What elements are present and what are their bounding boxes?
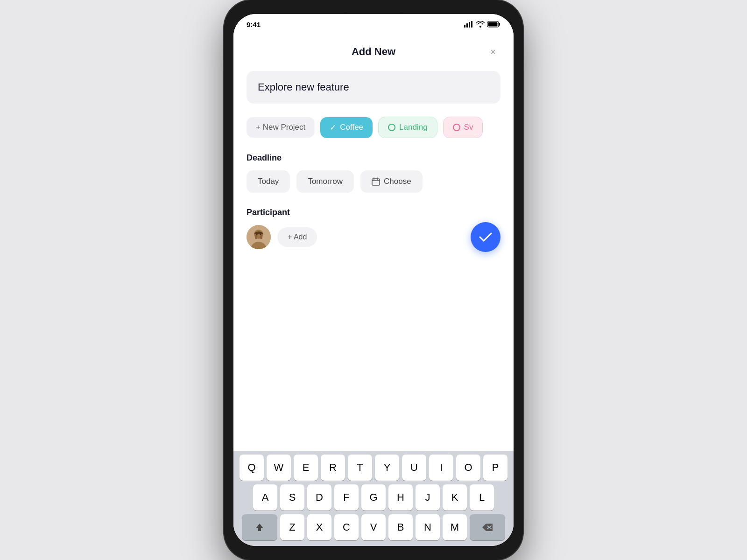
key-q[interactable]: Q bbox=[240, 455, 264, 481]
modal-content: Add New × + New Project ✓ Coffee Landing… bbox=[233, 35, 514, 451]
key-i[interactable]: I bbox=[429, 455, 453, 481]
svg-rect-1 bbox=[466, 23, 468, 28]
battery-icon bbox=[487, 21, 500, 28]
status-icons bbox=[464, 21, 500, 28]
svg-rect-6 bbox=[488, 22, 498, 27]
confirm-button[interactable] bbox=[471, 222, 500, 252]
svg-rect-2 bbox=[469, 22, 470, 28]
phone-screen: 9:41 bbox=[233, 14, 514, 546]
choose-date-button[interactable]: Choose bbox=[360, 170, 423, 193]
key-o[interactable]: O bbox=[456, 455, 480, 481]
phone-frame: 9:41 bbox=[224, 0, 523, 560]
add-participant-button[interactable]: + Add bbox=[277, 227, 317, 247]
key-z[interactable]: Z bbox=[280, 514, 304, 540]
key-n[interactable]: N bbox=[416, 514, 440, 540]
key-p[interactable]: P bbox=[483, 455, 507, 481]
participant-section: Participant bbox=[247, 208, 500, 249]
keyboard-row-3: Z X C V B N M bbox=[235, 514, 512, 540]
status-bar: 9:41 bbox=[233, 14, 514, 35]
modal-title: Add New bbox=[352, 46, 395, 58]
key-a[interactable]: A bbox=[253, 484, 277, 511]
key-e[interactable]: E bbox=[294, 455, 318, 481]
deadline-buttons-row: Today Tomorrow Choose bbox=[247, 170, 500, 193]
task-input[interactable] bbox=[247, 71, 500, 104]
key-g[interactable]: G bbox=[361, 484, 386, 511]
key-y[interactable]: Y bbox=[375, 455, 399, 481]
landing-project-button[interactable]: Landing bbox=[378, 117, 437, 138]
calendar-icon bbox=[372, 177, 380, 186]
svg-rect-3 bbox=[471, 21, 472, 28]
coffee-project-button[interactable]: ✓ Coffee bbox=[320, 117, 373, 138]
keyboard-area: Q W E R T Y U I O P A S D F G H J K L bbox=[233, 451, 514, 546]
key-j[interactable]: J bbox=[416, 484, 440, 511]
key-f[interactable]: F bbox=[334, 484, 359, 511]
deadline-section: Deadline Today Tomorrow Choose bbox=[247, 153, 500, 208]
close-button[interactable]: × bbox=[486, 44, 500, 59]
key-d[interactable]: D bbox=[307, 484, 331, 511]
signal-icon bbox=[464, 21, 473, 28]
key-l[interactable]: L bbox=[470, 484, 494, 511]
svg-rect-5 bbox=[499, 23, 500, 26]
svg-rect-15 bbox=[260, 235, 262, 239]
key-r[interactable]: R bbox=[321, 455, 345, 481]
key-m[interactable]: M bbox=[443, 514, 467, 540]
key-c[interactable]: C bbox=[334, 514, 359, 540]
backspace-key[interactable] bbox=[470, 514, 505, 540]
key-u[interactable]: U bbox=[402, 455, 426, 481]
key-k[interactable]: K bbox=[443, 484, 467, 511]
svg-rect-0 bbox=[464, 25, 465, 28]
key-w[interactable]: W bbox=[267, 455, 291, 481]
circle-icon bbox=[388, 124, 395, 131]
today-button[interactable]: Today bbox=[247, 170, 290, 193]
backspace-icon bbox=[482, 524, 493, 531]
projects-row: + New Project ✓ Coffee Landing Sv bbox=[247, 117, 500, 138]
key-b[interactable]: B bbox=[388, 514, 413, 540]
key-v[interactable]: V bbox=[361, 514, 386, 540]
svg-rect-7 bbox=[372, 179, 380, 185]
key-s[interactable]: S bbox=[280, 484, 304, 511]
new-project-button[interactable]: + New Project bbox=[247, 117, 315, 138]
key-h[interactable]: H bbox=[388, 484, 413, 511]
check-icon: ✓ bbox=[330, 123, 336, 133]
participant-label: Participant bbox=[247, 208, 500, 217]
key-t[interactable]: T bbox=[348, 455, 372, 481]
wifi-icon bbox=[476, 21, 485, 28]
svg-point-16 bbox=[256, 234, 258, 235]
svg-rect-14 bbox=[255, 235, 257, 239]
sv-project-button[interactable]: Sv bbox=[443, 117, 483, 138]
avatar bbox=[247, 225, 271, 249]
tomorrow-button[interactable]: Tomorrow bbox=[296, 170, 354, 193]
keyboard-row-2: A S D F G H J K L bbox=[235, 484, 512, 511]
circle-icon-sv bbox=[453, 124, 460, 131]
participant-row: + Add bbox=[247, 225, 500, 249]
confirm-check-icon bbox=[479, 232, 492, 242]
svg-point-17 bbox=[260, 234, 261, 235]
shift-key[interactable] bbox=[242, 514, 277, 540]
status-time: 9:41 bbox=[247, 21, 261, 28]
shift-icon bbox=[255, 523, 264, 532]
notch bbox=[336, 0, 411, 13]
modal-header: Add New × bbox=[247, 46, 500, 58]
keyboard-row-1: Q W E R T Y U I O P bbox=[235, 455, 512, 481]
key-x[interactable]: X bbox=[307, 514, 331, 540]
deadline-label: Deadline bbox=[247, 153, 500, 163]
